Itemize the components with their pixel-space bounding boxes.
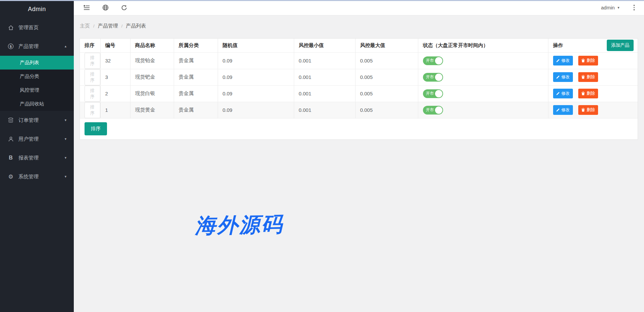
row-sort-button[interactable]: 排序 (85, 53, 100, 69)
delete-button[interactable]: 删除 (578, 89, 598, 98)
sidebar-item-label: 管理首页 (18, 25, 67, 31)
breadcrumb-separator: / (93, 24, 95, 29)
sidebar-item-risk-management[interactable]: 风控管理 (0, 83, 74, 97)
table-row: 排序 32 现货铂金 贵金属 0.09 0.001 0.005 开市 修改 删除 (80, 52, 638, 69)
status-toggle[interactable]: 开市 (423, 89, 443, 98)
toggle-label: 开市 (426, 58, 434, 63)
breadcrumb-home[interactable]: 主页 (80, 23, 90, 29)
toggle-label: 开市 (426, 91, 434, 96)
cell-name: 现货黄金 (130, 102, 174, 118)
sidebar: Admin 管理首页 $ 产品管理 ▲ 产品列表 产品分类 风控管理 产品回收站 (0, 0, 74, 312)
edit-label: 修改 (561, 91, 570, 96)
cell-id: 1 (100, 102, 130, 118)
cell-name: 现货白银 (130, 85, 174, 102)
submenu-item-label: 产品回收站 (20, 101, 44, 107)
cell-name: 现货铂金 (130, 52, 174, 69)
sidebar-item-label: 报表管理 (18, 155, 61, 161)
sidebar-item-home[interactable]: 管理首页 (0, 18, 74, 37)
user-icon (7, 136, 14, 142)
sidebar-item-products[interactable]: $ 产品管理 ▲ (0, 37, 74, 56)
sidebar-item-reports[interactable]: B 报表管理 ▼ (0, 148, 74, 167)
user-dropdown[interactable]: admin ▼ (601, 5, 620, 10)
cell-random: 0.09 (218, 85, 294, 102)
product-table: 排序 编号 商品名称 所属分类 随机值 风控最小值 风控最大值 状态（大盘正常开… (80, 39, 638, 119)
caret-down-icon: ▼ (617, 6, 620, 9)
main-area: admin ▼ 主页 / 产品管理 / 产品列表 排序 编号 商品名称 所属分类 (74, 0, 644, 312)
table-row: 排序 2 现货白银 贵金属 0.09 0.001 0.005 开市 修改 删除 (80, 85, 638, 102)
cell-id: 3 (100, 69, 130, 85)
cell-category: 贵金属 (174, 52, 218, 69)
cell-id: 32 (100, 52, 130, 69)
delete-label: 删除 (587, 91, 595, 96)
chevron-down-icon: ▼ (64, 119, 67, 122)
sidebar-item-label: 订单管理 (18, 117, 61, 124)
table-row: 排序 1 现货黄金 贵金属 0.09 0.001 0.005 开市 修改 删除 (80, 102, 638, 118)
bulk-sort-button[interactable]: 排序 (85, 122, 107, 135)
breadcrumb-current: 产品列表 (126, 23, 146, 29)
cell-risk-max: 0.005 (355, 69, 418, 85)
row-sort-button[interactable]: 排序 (85, 69, 100, 85)
col-header-id: 编号 (100, 39, 130, 52)
edit-button[interactable]: 修改 (553, 105, 573, 115)
sidebar-item-orders[interactable]: 订单管理 ▼ (0, 111, 74, 130)
home-icon (7, 24, 14, 31)
chevron-up-icon: ▲ (64, 45, 67, 48)
globe-icon[interactable] (102, 4, 109, 11)
edit-button[interactable]: 修改 (553, 56, 573, 65)
actions-label: 操作 (553, 42, 563, 49)
status-toggle[interactable]: 开市 (423, 56, 443, 65)
delete-button[interactable]: 删除 (578, 56, 598, 65)
breadcrumb: 主页 / 产品管理 / 产品列表 (74, 15, 644, 29)
refresh-icon[interactable] (120, 4, 128, 11)
edit-label: 修改 (561, 74, 570, 80)
cell-risk-min: 0.001 (294, 69, 355, 85)
more-options-icon[interactable] (632, 3, 636, 12)
sidebar-item-label: 系统管理 (18, 174, 61, 180)
edit-button[interactable]: 修改 (553, 89, 573, 98)
edit-button[interactable]: 修改 (553, 72, 573, 82)
toggle-knob (435, 74, 442, 81)
sidebar-item-label: 用户管理 (18, 136, 61, 142)
cell-risk-max: 0.005 (355, 85, 418, 102)
delete-button[interactable]: 删除 (578, 72, 598, 82)
cell-random: 0.09 (218, 69, 294, 85)
products-submenu: 产品列表 产品分类 风控管理 产品回收站 (0, 56, 74, 111)
svg-text:$: $ (10, 45, 12, 48)
col-header-risk-min: 风控最小值 (294, 39, 355, 52)
toggle-knob (435, 90, 442, 97)
sidebar-item-product-recycle[interactable]: 产品回收站 (0, 97, 74, 111)
app-title: Admin (0, 0, 74, 18)
row-sort-button[interactable]: 排序 (85, 102, 100, 118)
edit-label: 修改 (561, 107, 570, 113)
col-header-actions: 操作 添加产品 (548, 39, 638, 52)
sidebar-item-system[interactable]: ⚙ 系统管理 ▼ (0, 167, 74, 186)
col-header-name: 商品名称 (130, 39, 174, 52)
chevron-down-icon: ▼ (64, 175, 67, 178)
cell-random: 0.09 (218, 102, 294, 118)
cell-category: 贵金属 (174, 85, 218, 102)
status-toggle[interactable]: 开市 (423, 73, 443, 82)
cell-risk-min: 0.001 (294, 85, 355, 102)
col-header-random: 随机值 (218, 39, 294, 52)
col-header-risk-max: 风控最大值 (355, 39, 418, 52)
delete-button[interactable]: 删除 (578, 105, 598, 115)
topbar: admin ▼ (74, 0, 644, 15)
breadcrumb-product-management[interactable]: 产品管理 (98, 23, 118, 29)
submenu-item-label: 产品分类 (20, 73, 39, 80)
status-toggle[interactable]: 开市 (423, 106, 443, 115)
toggle-label: 开市 (426, 74, 434, 80)
row-sort-button[interactable]: 排序 (85, 86, 100, 102)
delete-label: 删除 (587, 58, 595, 63)
username: admin (601, 5, 615, 10)
cell-id: 2 (100, 85, 130, 102)
col-header-status: 状态（大盘正常开市时间内） (418, 39, 548, 52)
cell-random: 0.09 (218, 52, 294, 69)
col-header-category: 所属分类 (174, 39, 218, 52)
sidebar-item-product-category[interactable]: 产品分类 (0, 70, 74, 83)
sidebar-item-users[interactable]: 用户管理 ▼ (0, 130, 74, 148)
sidebar-collapse-icon[interactable] (83, 4, 90, 11)
add-product-button[interactable]: 添加产品 (607, 40, 634, 51)
submenu-item-label: 风控管理 (20, 87, 39, 93)
sidebar-item-product-list[interactable]: 产品列表 (0, 56, 74, 70)
breadcrumb-separator: / (121, 24, 123, 29)
